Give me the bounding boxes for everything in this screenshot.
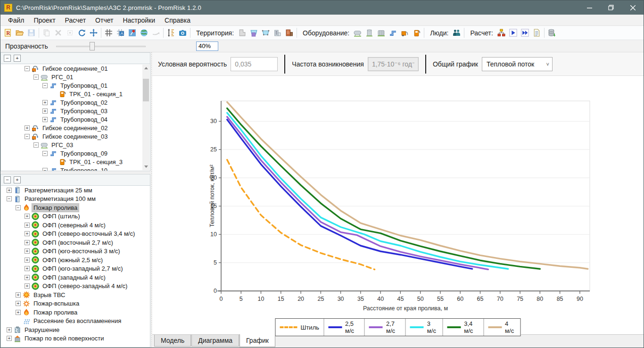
scroll-thumb[interactable]: [143, 79, 149, 101]
territory-building-button[interactable]: [272, 27, 283, 39]
new-project-button[interactable]: R: [2, 27, 14, 39]
expand-icon[interactable]: +: [42, 100, 48, 105]
territory-shape-button[interactable]: [236, 27, 248, 39]
scenario-tree-item[interactable]: +Пожар по всей поверхности: [1, 334, 150, 343]
scenario-tree-item[interactable]: +ОФП (западный 4 м/с): [1, 273, 150, 282]
equipment-tree-item[interactable]: +Трубопровод_03: [1, 107, 150, 115]
tab-график[interactable]: График: [239, 334, 275, 347]
equipment-tree-item[interactable]: +Гибкое соединение_02: [1, 124, 150, 132]
rotate-button[interactable]: [76, 27, 88, 39]
scenario-tree-item[interactable]: Рассеяние без воспламенения: [1, 317, 150, 326]
equipment-tree-item[interactable]: −РГС_03: [1, 141, 150, 149]
collapse-icon[interactable]: −: [33, 142, 39, 148]
scenario-tree-item[interactable]: +Пожар-вспышка: [1, 299, 150, 308]
scenario-tree-item[interactable]: +Взрыв ТВС: [1, 290, 150, 299]
calc-run-all-button[interactable]: [519, 27, 531, 39]
open-button[interactable]: [14, 27, 25, 39]
expand-icon[interactable]: +: [25, 257, 30, 263]
collapse-all-button[interactable]: −: [4, 176, 11, 183]
close-button[interactable]: [622, 0, 644, 15]
snapshot-camera-button[interactable]: [177, 27, 189, 39]
map-globe-button[interactable]: [138, 27, 150, 39]
equipment-tree-item[interactable]: ТРК_01 - секция_1: [1, 90, 150, 98]
collapse-icon[interactable]: −: [16, 205, 21, 210]
database-button[interactable]: [546, 27, 558, 39]
menu-item-6[interactable]: Справка: [160, 15, 195, 25]
collapse-all-button[interactable]: −: [4, 55, 11, 62]
slider-thumb[interactable]: [90, 42, 95, 50]
scenario-tree-item[interactable]: +ОФП (штиль): [1, 212, 150, 221]
equipment-horizontal-tank-button[interactable]: [352, 27, 363, 39]
grid-button[interactable]: [103, 27, 115, 39]
equipment-tree-item[interactable]: −Гибкое соединение_01: [1, 64, 150, 73]
menu-item-2[interactable]: Проект: [29, 15, 60, 25]
menu-item-4[interactable]: Отчет: [91, 15, 118, 25]
collapse-icon[interactable]: −: [25, 66, 30, 71]
equipment-tree-item[interactable]: −Трубопровод_09: [1, 149, 150, 157]
scenario-tree-item[interactable]: +ОФП (южный 2,5 м/с): [1, 256, 150, 265]
scenario-tree-item[interactable]: +ОФП (северный 4 м/с): [1, 221, 150, 230]
expand-icon[interactable]: +: [25, 125, 30, 131]
expand-icon[interactable]: +: [7, 327, 12, 332]
territory-zone-button[interactable]: [260, 27, 272, 39]
equipment-tree-item[interactable]: −РГС_01: [1, 73, 150, 81]
equipment-tree-item[interactable]: −Трубопровод_10: [1, 166, 150, 171]
equipment-dispenser-button[interactable]: [411, 27, 422, 39]
expand-icon[interactable]: +: [42, 108, 48, 114]
expand-icon[interactable]: +: [25, 214, 30, 219]
equipment-tank-group-button[interactable]: [375, 27, 387, 39]
expand-icon[interactable]: +: [25, 249, 30, 254]
scenario-tree-item[interactable]: +Разрушение: [1, 325, 150, 334]
equipment-tree-item[interactable]: +Трубопровод_02: [1, 98, 150, 107]
collapse-icon[interactable]: −: [25, 134, 30, 139]
scenario-tree-item[interactable]: −Разгерметизация 100 мм: [1, 195, 150, 204]
scroll-down-icon[interactable]: [142, 163, 149, 170]
expand-all-button[interactable]: +: [14, 176, 21, 183]
scenario-tree-item[interactable]: +ОФП (северо-восточный 3,4 м/с): [1, 230, 150, 239]
vertical-measure-button[interactable]: [165, 27, 177, 39]
territory-zone-grid-button[interactable]: [248, 27, 260, 39]
expand-icon[interactable]: +: [16, 310, 21, 315]
calc-tree-button[interactable]: [495, 27, 507, 39]
tab-диаграмма[interactable]: Диаграмма: [191, 335, 239, 347]
transparency-slider[interactable]: [56, 42, 146, 50]
scenario-tree-item[interactable]: +ОФП (юго-восточный 3 м/с): [1, 247, 150, 256]
transparency-value-input[interactable]: [196, 41, 218, 51]
scenario-tree-item[interactable]: +ОФП (восточный 2,7 м/с): [1, 238, 150, 247]
equipment-tree-item[interactable]: −Трубопровод_01: [1, 81, 150, 90]
menu-item-1[interactable]: Файл: [3, 15, 29, 25]
move-button[interactable]: [88, 27, 99, 39]
scenario-tree-item[interactable]: +Разгерметизация 25 мм: [1, 186, 150, 195]
probability-input[interactable]: [231, 57, 278, 71]
expand-icon[interactable]: +: [42, 117, 48, 122]
menu-item-5[interactable]: Настройки: [118, 15, 160, 25]
equipment-tree-item[interactable]: ТРК_01 - секция_3: [1, 157, 150, 166]
expand-icon[interactable]: +: [7, 336, 12, 341]
collapse-icon[interactable]: −: [42, 168, 48, 172]
grid-labels-button[interactable]: A: [115, 27, 126, 39]
equipment-pump-button[interactable]: [399, 27, 411, 39]
expand-icon[interactable]: +: [25, 223, 30, 228]
expand-icon[interactable]: +: [25, 266, 30, 271]
scroll-up-icon[interactable]: [142, 65, 149, 72]
expand-all-button[interactable]: +: [14, 55, 21, 62]
collapse-icon[interactable]: −: [42, 83, 48, 88]
territory-building-red-button[interactable]: [283, 27, 295, 39]
collapse-icon[interactable]: −: [33, 75, 39, 80]
calc-run-button[interactable]: [507, 27, 519, 39]
menu-item-3[interactable]: Расчет: [60, 15, 91, 25]
tab-модель[interactable]: Модель: [154, 335, 191, 347]
minimize-button[interactable]: [578, 0, 600, 15]
expand-icon[interactable]: +: [25, 275, 30, 280]
scenario-tree-item[interactable]: +ОФП (северо-западный 4 м/с): [1, 282, 150, 291]
expand-icon[interactable]: +: [25, 283, 30, 289]
scenario-tree-item[interactable]: −Пожар пролива: [1, 203, 150, 212]
chart-type-dropdown[interactable]: Тепловой поток ˅: [482, 57, 553, 71]
collapse-icon[interactable]: −: [42, 151, 48, 156]
expand-icon[interactable]: +: [25, 231, 30, 236]
equipment-pipeline-button[interactable]: [387, 27, 399, 39]
restore-button[interactable]: [600, 0, 622, 15]
measure-pin-button[interactable]: [126, 27, 138, 39]
expand-icon[interactable]: +: [16, 292, 21, 298]
equipment-tree-item[interactable]: +Трубопровод_04: [1, 115, 150, 124]
